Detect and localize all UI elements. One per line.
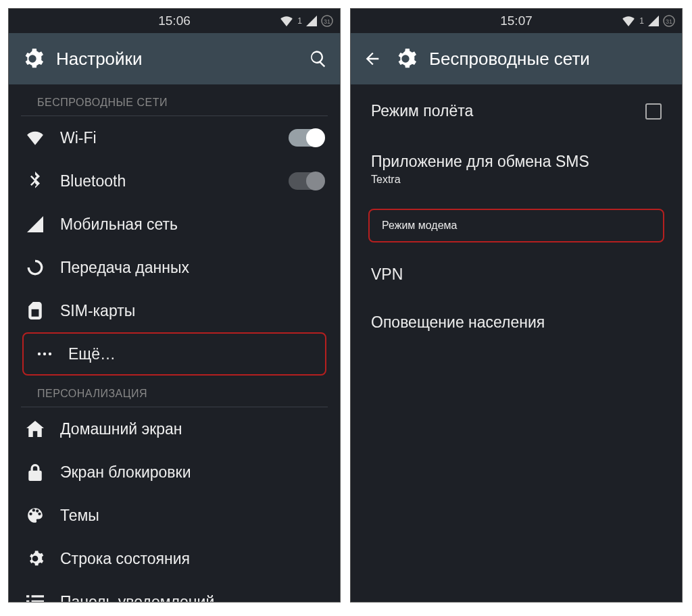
settings-list: БЕСПРОВОДНЫЕ СЕТИ Wi-Fi Bluetooth Мобиль… bbox=[9, 84, 340, 602]
row-statusbar[interactable]: Строка состояния bbox=[9, 537, 340, 580]
badge-icon: 31 bbox=[663, 15, 675, 27]
status-time: 15:06 bbox=[158, 14, 191, 28]
lock-icon bbox=[25, 463, 45, 481]
app-title: Настройки bbox=[56, 49, 297, 70]
section-personalization: ПЕРСОНАЛИЗАЦИЯ bbox=[21, 376, 328, 407]
row-sim[interactable]: SIM-карты bbox=[9, 289, 340, 332]
list-icon bbox=[25, 595, 45, 602]
bluetooth-toggle[interactable] bbox=[289, 172, 324, 190]
signal-icon bbox=[648, 16, 659, 26]
row-themes[interactable]: Темы bbox=[9, 494, 340, 537]
row-label: Передача данных bbox=[60, 259, 324, 277]
svg-rect-2 bbox=[32, 309, 39, 317]
gear-icon bbox=[394, 47, 417, 70]
row-vpn[interactable]: VPN bbox=[351, 251, 682, 299]
status-right: 1 31 bbox=[622, 9, 675, 33]
wifi-toggle[interactable] bbox=[289, 129, 324, 147]
row-label: Режим модема bbox=[382, 220, 457, 232]
row-label: Wi-Fi bbox=[60, 129, 274, 147]
more-icon bbox=[36, 351, 53, 357]
row-more[interactable]: Ещё… bbox=[22, 332, 326, 376]
section-wireless: БЕСПРОВОДНЫЕ СЕТИ bbox=[21, 84, 328, 116]
svg-point-3 bbox=[38, 353, 41, 355]
signal-icon bbox=[306, 16, 317, 26]
wifi-icon bbox=[622, 16, 635, 26]
row-sms-app[interactable]: Приложение для обмена SMS Textra bbox=[351, 138, 682, 201]
sim-number: 1 bbox=[639, 16, 644, 26]
row-bluetooth[interactable]: Bluetooth bbox=[9, 159, 340, 203]
row-broadcast[interactable]: Оповещение населения bbox=[351, 299, 682, 346]
row-airplane[interactable]: Режим полёта bbox=[351, 84, 682, 138]
back-icon[interactable] bbox=[363, 49, 382, 68]
row-label: Ещё… bbox=[68, 345, 318, 363]
search-icon[interactable] bbox=[309, 49, 328, 68]
row-tethering[interactable]: Режим модема bbox=[368, 209, 664, 242]
svg-text:31: 31 bbox=[666, 18, 672, 25]
row-label: SIM-карты bbox=[60, 302, 324, 320]
row-label: Bluetooth bbox=[60, 172, 274, 190]
row-home[interactable]: Домашний экран bbox=[9, 407, 340, 451]
row-label: Режим полёта bbox=[371, 102, 631, 120]
row-label: Экран блокировки bbox=[60, 463, 324, 482]
row-notifications[interactable]: Панель уведомлений bbox=[9, 580, 340, 602]
row-mobile[interactable]: Мобильная сеть bbox=[9, 203, 340, 246]
gear-small-icon bbox=[25, 550, 45, 567]
svg-point-4 bbox=[43, 353, 46, 355]
row-label: VPN bbox=[371, 265, 662, 284]
row-label: Домашний экран bbox=[60, 420, 324, 438]
row-data[interactable]: Передача данных bbox=[9, 246, 340, 289]
signal-icon bbox=[25, 216, 45, 232]
row-label: Темы bbox=[60, 507, 324, 525]
row-label: Панель уведомлений bbox=[60, 593, 324, 602]
svg-rect-6 bbox=[26, 595, 29, 597]
app-bar: Беспроводные сети bbox=[351, 33, 682, 84]
svg-text:31: 31 bbox=[324, 18, 330, 25]
app-title: Беспроводные сети bbox=[429, 49, 670, 70]
airplane-checkbox[interactable] bbox=[645, 103, 662, 120]
phone-right: 15:07 1 31 Беспроводные сети Режим полёт… bbox=[350, 8, 683, 602]
status-bar: 15:06 1 31 bbox=[9, 9, 340, 33]
svg-point-5 bbox=[49, 353, 51, 355]
wifi-icon bbox=[280, 16, 293, 26]
row-label: Строка состояния bbox=[60, 550, 324, 568]
sim-number: 1 bbox=[297, 16, 302, 26]
row-wifi[interactable]: Wi-Fi bbox=[9, 116, 340, 159]
row-label: Приложение для обмена SMS bbox=[371, 153, 662, 171]
app-bar: Настройки bbox=[9, 33, 340, 84]
row-lock[interactable]: Экран блокировки bbox=[9, 451, 340, 494]
palette-icon bbox=[25, 507, 45, 524]
row-label: Оповещение населения bbox=[371, 313, 662, 332]
svg-rect-8 bbox=[26, 600, 29, 602]
status-right: 1 31 bbox=[280, 9, 333, 33]
bluetooth-icon bbox=[25, 172, 45, 190]
status-time: 15:07 bbox=[500, 14, 533, 28]
status-bar: 15:07 1 31 bbox=[351, 9, 682, 33]
row-label: Мобильная сеть bbox=[60, 215, 324, 234]
svg-rect-7 bbox=[32, 595, 44, 597]
home-icon bbox=[25, 421, 45, 437]
wifi-icon bbox=[25, 130, 45, 145]
badge-icon: 31 bbox=[321, 15, 333, 27]
row-subtitle: Textra bbox=[371, 174, 662, 186]
sim-icon bbox=[25, 302, 45, 319]
phone-left: 15:06 1 31 Настройки БЕСПРОВОДНЫЕ СЕТИ bbox=[8, 8, 341, 602]
wireless-list: Режим полёта Приложение для обмена SMS T… bbox=[351, 84, 682, 602]
gear-icon bbox=[21, 47, 44, 70]
svg-rect-9 bbox=[32, 600, 44, 602]
data-usage-icon bbox=[25, 259, 45, 276]
